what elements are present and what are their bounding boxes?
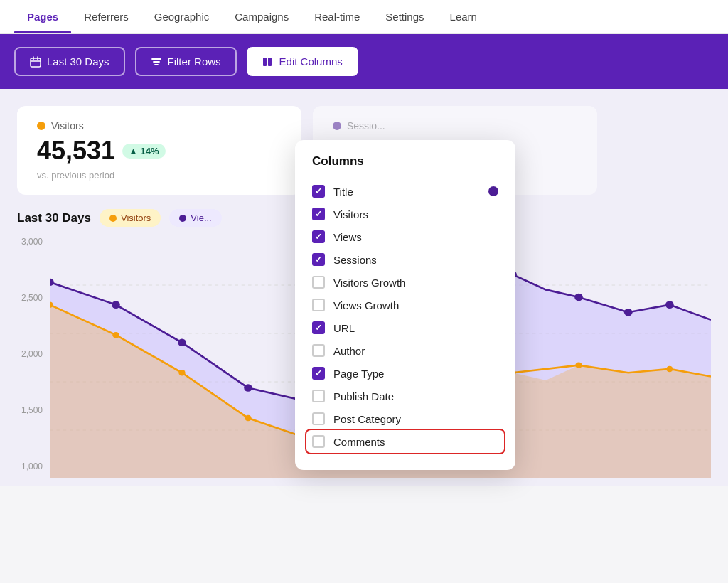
edit-columns-label: Edit Columns <box>279 55 343 68</box>
edit-columns-button[interactable]: Edit Columns <box>247 47 358 76</box>
checkbox-views[interactable]: ✓ <box>312 230 325 243</box>
visitors-label: Visitors <box>37 120 282 132</box>
svg-rect-5 <box>268 58 272 66</box>
checkbox-comments[interactable] <box>312 435 325 448</box>
svg-point-33 <box>666 366 673 373</box>
column-item-title[interactable]: ✓ Title <box>312 180 498 203</box>
y-axis: 3,000 2,500 2,000 1,500 1,000 <box>17 237 50 478</box>
svg-rect-4 <box>263 58 267 66</box>
svg-point-14 <box>178 338 186 346</box>
checkbox-page-type[interactable]: ✓ <box>312 367 325 380</box>
svg-point-26 <box>178 370 185 376</box>
column-label-url: URL <box>333 322 355 334</box>
column-label-comments: Comments <box>333 436 385 448</box>
nav-item-settings[interactable]: Settings <box>373 2 437 31</box>
legend-views[interactable]: Vie... <box>169 209 221 227</box>
column-item-comments[interactable]: Comments <box>306 430 504 453</box>
date-range-label: Last 30 Days <box>47 55 109 68</box>
checkbox-post-category[interactable] <box>312 412 325 425</box>
date-range-button[interactable]: Last 30 Days <box>14 47 125 76</box>
column-item-post-category[interactable]: Post Category <box>312 407 498 430</box>
svg-point-22 <box>624 309 633 316</box>
column-label-author: Author <box>333 345 365 357</box>
svg-point-23 <box>665 301 674 309</box>
svg-point-25 <box>112 332 119 338</box>
svg-point-15 <box>244 384 252 392</box>
column-item-publish-date[interactable]: Publish Date <box>312 385 498 407</box>
filter-icon <box>151 56 162 68</box>
column-label-page-type: Page Type <box>333 368 384 380</box>
nav-item-realtime[interactable]: Real-time <box>301 2 373 31</box>
column-item-page-type[interactable]: ✓ Page Type <box>312 362 498 385</box>
column-item-views[interactable]: ✓ Views <box>312 225 498 248</box>
nav-item-campaigns[interactable]: Campaigns <box>222 2 301 31</box>
nav-item-referrers[interactable]: Referrers <box>71 2 141 31</box>
visitors-stat-card: Visitors 45,531 ▲ 14% vs. previous perio… <box>17 106 301 195</box>
filter-rows-label: Filter Rows <box>168 55 221 68</box>
legend-views-label: Vie... <box>191 213 211 223</box>
nav-bar: Pages Referrers Geographic Campaigns Rea… <box>0 0 728 34</box>
main-content: Visitors 45,531 ▲ 14% vs. previous perio… <box>0 89 728 486</box>
column-label-visitors-growth: Visitors Growth <box>333 277 405 289</box>
column-label-visitors: Visitors <box>333 208 368 220</box>
checkbox-visitors[interactable]: ✓ <box>312 208 325 220</box>
legend-visitors[interactable]: Visitors <box>100 209 161 227</box>
column-item-author[interactable]: Author <box>312 339 498 362</box>
checkbox-views-growth[interactable] <box>312 299 325 311</box>
column-item-sessions[interactable]: ✓ Sessions <box>312 248 498 271</box>
nav-item-geographic[interactable]: Geographic <box>141 2 223 31</box>
toolbar: Last 30 Days Filter Rows Edit Columns <box>0 34 728 89</box>
legend-visitors-dot <box>109 215 117 222</box>
chart-title: Last 30 Days <box>17 211 91 225</box>
checkbox-title[interactable]: ✓ <box>312 185 325 198</box>
sessions-label: Sessio... <box>333 120 577 132</box>
nav-item-learn[interactable]: Learn <box>437 2 490 31</box>
title-purple-dot <box>488 186 498 196</box>
visitors-dot <box>37 122 46 130</box>
checkbox-visitors-growth[interactable] <box>312 276 325 289</box>
column-label-sessions: Sessions <box>333 254 377 266</box>
svg-point-27 <box>245 415 251 422</box>
svg-rect-0 <box>31 58 41 67</box>
column-item-visitors-growth[interactable]: Visitors Growth <box>312 271 498 294</box>
checkbox-publish-date[interactable] <box>312 390 325 402</box>
svg-point-21 <box>574 294 583 301</box>
visitors-badge: ▲ 14% <box>122 144 166 159</box>
column-item-views-growth[interactable]: Views Growth <box>312 294 498 316</box>
column-label-views: Views <box>333 231 362 243</box>
calendar-icon <box>30 56 41 68</box>
column-label-publish-date: Publish Date <box>333 390 394 402</box>
columns-panel-title: Columns <box>312 154 498 169</box>
edit-columns-panel: Columns ✓ Title ✓ Visitors ✓ Views ✓ <box>295 140 515 470</box>
visitors-compare: vs. previous period <box>37 170 282 181</box>
column-item-url[interactable]: ✓ URL <box>312 316 498 339</box>
sessions-dot <box>333 122 341 130</box>
column-label-views-growth: Views Growth <box>333 299 399 311</box>
svg-point-32 <box>575 362 582 368</box>
checkbox-sessions[interactable]: ✓ <box>312 253 325 266</box>
column-label-title: Title <box>333 186 353 198</box>
checkbox-author[interactable] <box>312 344 325 357</box>
columns-icon <box>262 56 274 68</box>
column-item-visitors[interactable]: ✓ Visitors <box>312 203 498 225</box>
svg-point-13 <box>112 301 120 309</box>
visitors-value: 45,531 ▲ 14% <box>37 136 282 166</box>
nav-item-pages[interactable]: Pages <box>14 2 71 31</box>
legend-views-dot <box>179 215 186 222</box>
checkbox-url[interactable]: ✓ <box>312 321 325 334</box>
filter-rows-button[interactable]: Filter Rows <box>135 47 237 76</box>
column-label-post-category: Post Category <box>333 413 401 425</box>
legend-visitors-label: Visitors <box>121 213 151 223</box>
